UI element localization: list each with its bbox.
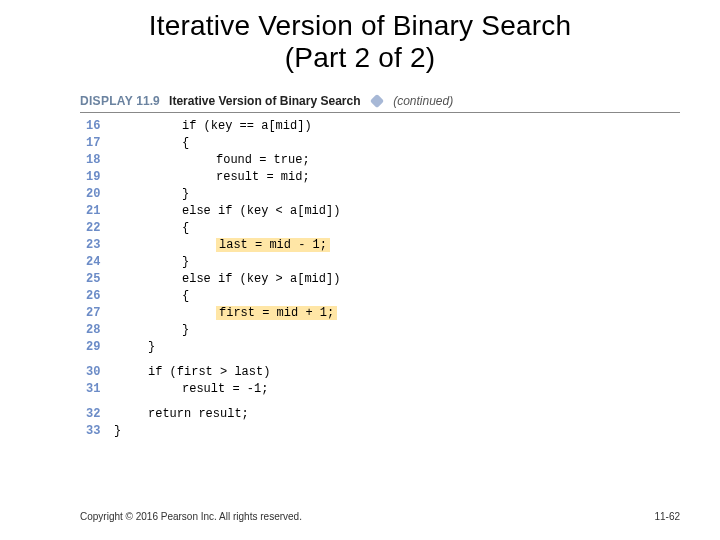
code-row: 28} — [86, 322, 680, 339]
code-row: 33} — [86, 423, 680, 440]
code-text: { — [114, 288, 189, 305]
display-number: 11.9 — [136, 94, 159, 108]
display-continued: (continued) — [393, 94, 453, 108]
code-text: result = mid; — [114, 169, 310, 186]
code-row: 19result = mid; — [86, 169, 680, 186]
code-text: { — [114, 135, 189, 152]
line-number: 30 — [86, 364, 114, 381]
code-row: 25else if (key > a[mid]) — [86, 271, 680, 288]
line-number: 27 — [86, 305, 114, 322]
code-text: } — [114, 186, 189, 203]
display-title: Iterative Version of Binary Search — [169, 94, 360, 108]
code-row: 29} — [86, 339, 680, 356]
line-number: 29 — [86, 339, 114, 356]
code-row: 32return result; — [86, 406, 680, 423]
code-row: 20} — [86, 186, 680, 203]
code-spacer — [86, 356, 680, 364]
line-number: 21 — [86, 203, 114, 220]
code-text: } — [114, 339, 155, 356]
code-row: 16if (key == a[mid]) — [86, 118, 680, 135]
code-text: else if (key > a[mid]) — [114, 271, 340, 288]
code-row: 30if (first > last) — [86, 364, 680, 381]
slide-title: Iterative Version of Binary Search (Part… — [0, 0, 720, 74]
code-text: found = true; — [114, 152, 310, 169]
line-number: 28 — [86, 322, 114, 339]
line-number: 16 — [86, 118, 114, 135]
code-text: last = mid - 1; — [114, 237, 330, 254]
code-row: 18found = true; — [86, 152, 680, 169]
display-header: Display 11.9 Iterative Version of Binary… — [80, 94, 680, 113]
highlight: first = mid + 1; — [216, 306, 337, 320]
display-label: Display — [80, 94, 133, 108]
line-number: 32 — [86, 406, 114, 423]
title-line1: Iterative Version of Binary Search — [149, 10, 571, 41]
code-row: 17{ — [86, 135, 680, 152]
line-number: 19 — [86, 169, 114, 186]
footer: Copyright © 2016 Pearson Inc. All rights… — [80, 511, 680, 522]
highlight: last = mid - 1; — [216, 238, 330, 252]
line-number: 18 — [86, 152, 114, 169]
code-row: 21else if (key < a[mid]) — [86, 203, 680, 220]
code-text: } — [114, 322, 189, 339]
line-number: 25 — [86, 271, 114, 288]
title-line2: (Part 2 of 2) — [285, 42, 435, 73]
copyright-text: Copyright © 2016 Pearson Inc. All rights… — [80, 511, 302, 522]
code-row: 24} — [86, 254, 680, 271]
code-text: return result; — [114, 406, 249, 423]
slide: Iterative Version of Binary Search (Part… — [0, 0, 720, 540]
code-row: 27first = mid + 1; — [86, 305, 680, 322]
code-row: 31result = -1; — [86, 381, 680, 398]
code-row: 22{ — [86, 220, 680, 237]
line-number: 24 — [86, 254, 114, 271]
code-text: if (key == a[mid]) — [114, 118, 312, 135]
diamond-icon — [370, 94, 384, 108]
code-text: if (first > last) — [114, 364, 270, 381]
line-number: 22 — [86, 220, 114, 237]
code-text: result = -1; — [114, 381, 268, 398]
code-listing: 16if (key == a[mid])17{18found = true;19… — [86, 118, 680, 440]
code-row: 26{ — [86, 288, 680, 305]
code-text: } — [114, 423, 121, 440]
line-number: 17 — [86, 135, 114, 152]
line-number: 20 — [86, 186, 114, 203]
code-text: else if (key < a[mid]) — [114, 203, 340, 220]
code-text: { — [114, 220, 189, 237]
line-number: 26 — [86, 288, 114, 305]
code-text: } — [114, 254, 189, 271]
line-number: 33 — [86, 423, 114, 440]
line-number: 23 — [86, 237, 114, 254]
code-row: 23last = mid - 1; — [86, 237, 680, 254]
page-number: 11-62 — [654, 511, 680, 522]
code-text: first = mid + 1; — [114, 305, 337, 322]
code-spacer — [86, 398, 680, 406]
line-number: 31 — [86, 381, 114, 398]
